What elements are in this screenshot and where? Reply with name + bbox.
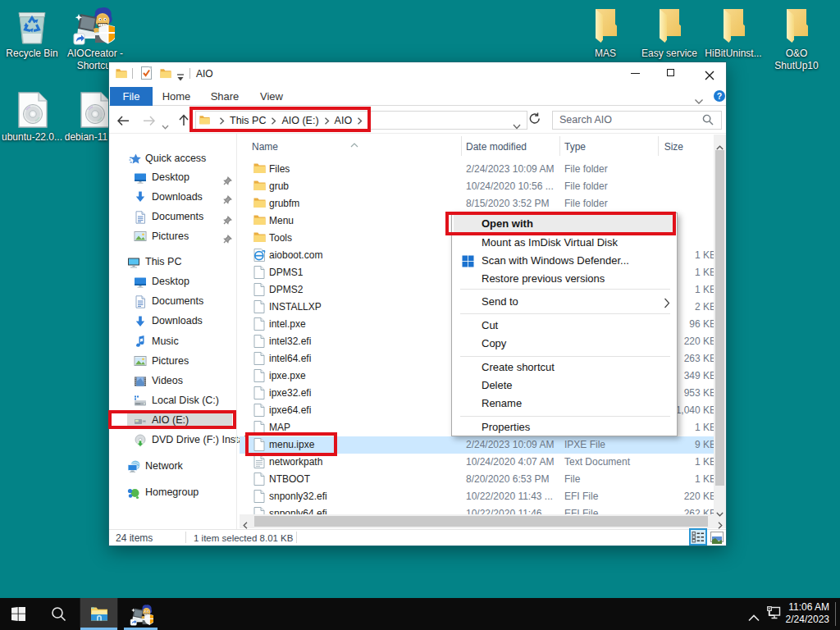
svg-text:?: ? bbox=[717, 91, 722, 101]
